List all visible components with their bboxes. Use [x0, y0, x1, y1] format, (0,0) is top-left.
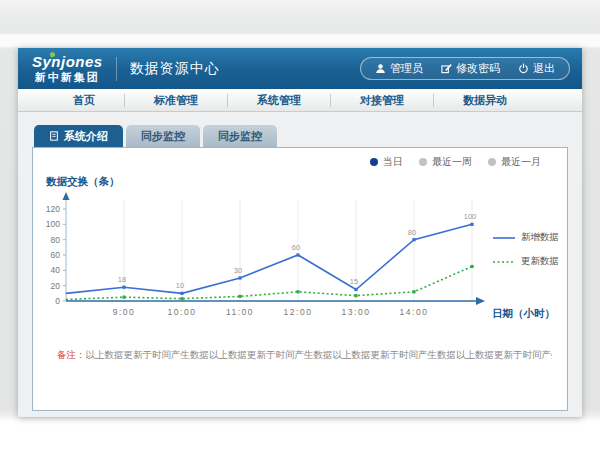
- line-chart: 0204060801001209:0010:0011:0012:0013:001…: [33, 148, 567, 410]
- legend-line-sample: [493, 258, 515, 266]
- data-point: [238, 295, 241, 298]
- range-option-last-week[interactable]: 最近一周: [419, 155, 472, 169]
- logo-text: Synjones: [32, 54, 103, 69]
- app-header: Synjones 新中新集团 数据资源中心 管理员修改密码退出: [18, 48, 582, 89]
- data-point-label: 60: [292, 243, 300, 252]
- time-range-options: 当日最近一周最近一月: [370, 155, 541, 169]
- company-logo: Synjones 新中新集团: [32, 54, 103, 83]
- tab-system-intro[interactable]: 系统介绍: [34, 125, 123, 147]
- nav-item-interface-mgmt[interactable]: 对接管理: [331, 94, 434, 107]
- legend-line-sample: [493, 234, 515, 242]
- nav-item-standard-mgmt[interactable]: 标准管理: [125, 94, 228, 107]
- tab-label: 系统介绍: [64, 129, 108, 144]
- footer-note: 备注：以上数据更新于时间产生数据以上数据更新于时间产生数据以上数据更新于时间产生…: [57, 349, 552, 362]
- x-axis-ticks: 9:0010:0011:0012:0013:0014:00: [113, 307, 429, 317]
- data-point-label: 100: [464, 212, 477, 221]
- user-label: 管理员: [390, 61, 423, 76]
- content-area: 系统介绍同步监控同步监控 0204060801001209:0010:0011:…: [18, 112, 582, 411]
- data-point-label: 15: [350, 277, 358, 286]
- series-line-0: 181030601580100: [66, 212, 476, 295]
- document-icon: [49, 131, 59, 141]
- svg-text:60: 60: [51, 250, 61, 260]
- svg-text:40: 40: [51, 265, 61, 275]
- header-divider: [116, 57, 117, 81]
- range-option-label: 最近一周: [432, 155, 472, 169]
- tab-bar: 系统介绍同步监控同步监控: [34, 125, 568, 147]
- note-label: 备注：: [57, 349, 86, 360]
- user-menu: 管理员修改密码退出: [360, 57, 570, 80]
- data-point: [180, 297, 183, 300]
- data-point: [412, 238, 415, 241]
- svg-text:13:00: 13:00: [342, 307, 371, 317]
- tab-label: 同步监控: [218, 129, 262, 144]
- range-option-last-month[interactable]: 最近一月: [488, 155, 541, 169]
- page-title: 数据资源中心: [130, 60, 220, 78]
- chart-legend: 新增数据更新数据: [493, 231, 559, 268]
- radio-unselected-icon: [488, 158, 496, 166]
- legend-item-0: 新增数据: [493, 231, 559, 244]
- svg-text:10:00: 10:00: [168, 307, 197, 317]
- data-point: [296, 290, 299, 293]
- x-axis-title: 日期（小时）: [492, 307, 555, 320]
- data-point: [412, 290, 415, 293]
- nav-item-data-change[interactable]: 数据异动: [434, 94, 536, 107]
- data-point: [470, 265, 473, 268]
- data-point: [180, 292, 183, 295]
- range-option-label: 最近一月: [501, 155, 541, 169]
- change-password-button[interactable]: 修改密码: [441, 61, 500, 76]
- svg-text:80: 80: [51, 235, 61, 245]
- svg-text:11:00: 11:00: [226, 307, 254, 317]
- data-point-label: 30: [234, 266, 242, 275]
- logout-label: 退出: [533, 61, 555, 76]
- y-axis-title: 数据交换（条）: [45, 175, 120, 188]
- svg-text:0: 0: [55, 296, 60, 306]
- svg-text:20: 20: [51, 281, 61, 291]
- note-text: 以上数据更新于时间产生数据以上数据更新于时间产生数据以上数据更新于时间产生数据以…: [86, 349, 553, 360]
- data-point-label: 10: [176, 281, 184, 290]
- svg-text:9:00: 9:00: [113, 307, 136, 317]
- legend-label: 更新数据: [521, 255, 559, 268]
- user-button[interactable]: 管理员: [375, 61, 423, 76]
- app-window: Synjones 新中新集团 数据资源中心 管理员修改密码退出 首页标准管理系统…: [18, 48, 582, 417]
- power-icon: [518, 63, 529, 74]
- x-axis-arrow-icon: [476, 297, 485, 305]
- radio-unselected-icon: [419, 158, 427, 166]
- change-password-label: 修改密码: [456, 61, 500, 76]
- chart-panel: 0204060801001209:0010:0011:0012:0013:001…: [32, 147, 568, 411]
- data-point: [354, 294, 357, 297]
- logo-subtext: 新中新集团: [35, 72, 100, 83]
- data-point-label: 18: [118, 275, 126, 284]
- data-point: [238, 276, 241, 279]
- range-option-label: 当日: [383, 155, 403, 169]
- radio-selected-icon: [370, 158, 378, 166]
- tab-sync-monitor-1[interactable]: 同步监控: [126, 125, 200, 147]
- main-nav: 首页标准管理系统管理对接管理数据异动: [18, 89, 582, 112]
- legend-label: 新增数据: [521, 231, 559, 244]
- series-line-1: [66, 265, 474, 300]
- svg-text:12:00: 12:00: [284, 307, 313, 317]
- range-option-today[interactable]: 当日: [370, 155, 403, 169]
- svg-text:120: 120: [46, 204, 60, 214]
- data-point-label: 80: [408, 228, 416, 237]
- data-point: [296, 253, 299, 256]
- logout-button[interactable]: 退出: [518, 61, 555, 76]
- data-point: [122, 296, 125, 299]
- tab-label: 同步监控: [141, 129, 185, 144]
- data-point: [354, 288, 357, 291]
- y-axis-arrow-icon: [63, 192, 70, 200]
- edit-icon: [441, 63, 452, 74]
- y-axis-ticks: 020406080100120: [46, 204, 66, 306]
- nav-item-home[interactable]: 首页: [44, 94, 125, 107]
- svg-text:100: 100: [46, 219, 60, 229]
- data-point: [470, 223, 473, 226]
- user-icon: [375, 63, 386, 74]
- data-point: [122, 286, 125, 289]
- nav-item-system-mgmt[interactable]: 系统管理: [228, 94, 331, 107]
- svg-text:14:00: 14:00: [400, 307, 429, 317]
- tab-sync-monitor-2[interactable]: 同步监控: [203, 125, 277, 147]
- legend-item-1: 更新数据: [493, 255, 559, 268]
